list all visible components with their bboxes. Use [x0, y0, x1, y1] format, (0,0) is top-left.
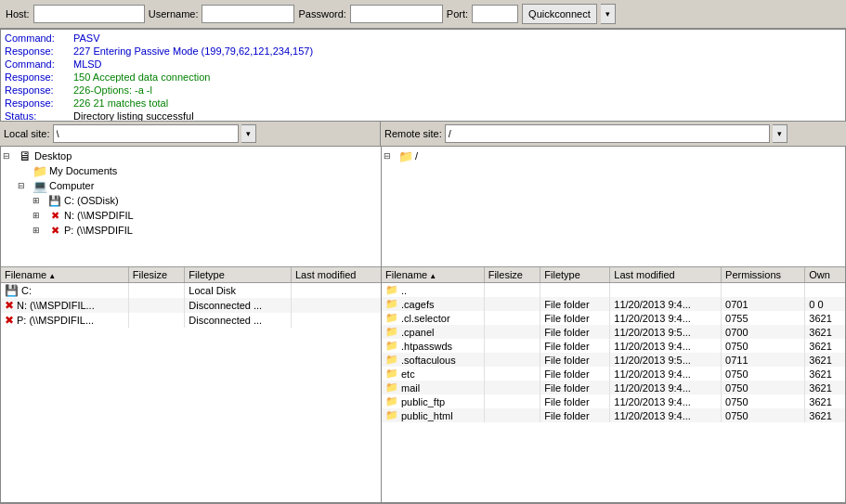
- log-line-4: Response: 150 Accepted data connection: [5, 71, 841, 84]
- local-tree[interactable]: ⊟ 🖥 Desktop 📁 My Documents ⊟ 💻 Computer …: [1, 147, 381, 267]
- local-col-lastmod[interactable]: Last modified: [291, 267, 381, 283]
- folder-icon-mydocs: 📁: [33, 164, 47, 177]
- tree-item-desktop[interactable]: ⊟ 🖥 Desktop: [3, 149, 379, 163]
- remote-row-mail[interactable]: 📁mail File folder11/20/2013 9:4...075036…: [382, 381, 845, 394]
- log-line-5: Response: 226-Options: -a -l: [5, 84, 841, 97]
- remote-row-cagefs[interactable]: 📁.cagefs File folder11/20/2013 9:4...070…: [382, 297, 845, 311]
- local-cell-name-n: ✖ N: (\\MSPDIFIL...: [1, 298, 128, 313]
- local-site-bar: Local site: ▾: [0, 122, 381, 146]
- local-cell-mod-n: [291, 298, 381, 313]
- local-row-c[interactable]: 💾 C: Local Disk: [1, 283, 381, 299]
- local-file-list[interactable]: Filename▲ Filesize Filetype Last modifie…: [1, 267, 381, 502]
- local-cell-mod-c: [291, 283, 381, 299]
- folder-cagefs: 📁: [385, 298, 398, 310]
- remote-col-own[interactable]: Own: [805, 267, 845, 283]
- remote-col-lastmod[interactable]: Last modified: [610, 267, 722, 283]
- local-cell-type-n: Disconnected ...: [185, 298, 292, 313]
- log-label-5: Response:: [5, 84, 70, 97]
- expand-pdrive[interactable]: ⊞: [33, 226, 46, 235]
- local-cell-type-p: Disconnected ...: [185, 313, 292, 328]
- remote-row-cpanel[interactable]: 📁.cpanel File folder11/20/2013 9:5...070…: [382, 325, 845, 339]
- remote-col-filename[interactable]: Filename▲: [382, 267, 484, 283]
- host-label: Host:: [6, 8, 30, 19]
- local-row-n[interactable]: ✖ N: (\\MSPDIFIL... Disconnected ...: [1, 298, 381, 313]
- log-label-6: Response:: [5, 97, 70, 110]
- log-label-1: Command:: [5, 32, 70, 45]
- expand-root[interactable]: ⊟: [384, 151, 397, 161]
- local-site-label: Local site:: [4, 128, 50, 139]
- log-label-7: Status:: [5, 110, 70, 122]
- ndrive-icon: ✖: [47, 209, 62, 222]
- local-cell-size-p: [128, 313, 184, 328]
- computer-icon: 💻: [33, 179, 47, 192]
- remote-col-permissions[interactable]: Permissions: [722, 267, 805, 283]
- root-folder-icon: 📁: [398, 149, 413, 162]
- remote-cell-name-cagefs: 📁.cagefs: [382, 297, 484, 311]
- remote-cell-name-publichtml: 📁public_html: [382, 408, 484, 422]
- log-value-4: 150 Accepted data connection: [73, 71, 210, 84]
- local-row-p[interactable]: ✖ P: (\\MSPDIFIL... Disconnected ...: [1, 313, 381, 328]
- expand-ndrive[interactable]: ⊞: [33, 211, 46, 220]
- tree-label-computer: Computer: [49, 180, 94, 191]
- remote-cell-name-dotdot: 📁..: [382, 283, 484, 298]
- remote-site-bar: Remote site: ▾: [381, 122, 846, 146]
- port-input[interactable]: [472, 5, 518, 23]
- tree-item-computer[interactable]: ⊟ 💻 Computer: [3, 178, 379, 193]
- tree-item-cdrive[interactable]: ⊞ 💾 C: (OSDisk): [3, 193, 379, 208]
- log-panel: Command: PASV Response: 227 Entering Pas…: [0, 29, 846, 122]
- expand-desktop[interactable]: ⊟: [3, 151, 16, 161]
- local-site-dropdown[interactable]: ▾: [241, 124, 256, 143]
- log-value-1: PASV: [73, 32, 100, 45]
- remote-site-dropdown[interactable]: ▾: [773, 124, 787, 143]
- expand-mydocs: [18, 166, 31, 175]
- username-label: Username:: [149, 8, 199, 19]
- log-line-3: Command: MLSD: [5, 58, 841, 71]
- tree-item-mydocs[interactable]: 📁 My Documents: [3, 163, 379, 178]
- remote-row-publicftp[interactable]: 📁public_ftp File folder11/20/2013 9:4...…: [382, 394, 845, 408]
- log-line-1: Command: PASV: [5, 32, 841, 45]
- quickconnect-button[interactable]: Quickconnect: [522, 4, 597, 24]
- remote-row-etc[interactable]: 📁etc File folder11/20/2013 9:4...0750362…: [382, 367, 845, 381]
- local-site-input[interactable]: [53, 124, 239, 143]
- remote-tree[interactable]: ⊟ 📁 /: [382, 147, 845, 267]
- log-value-6: 226 21 matches total: [73, 97, 168, 110]
- password-input[interactable]: [350, 5, 443, 23]
- tree-label-cdrive: C: (OSDisk): [64, 195, 119, 206]
- quickconnect-dropdown[interactable]: ▾: [601, 4, 616, 24]
- remote-cell-name-softaculous: 📁.softaculous: [382, 353, 484, 367]
- tree-item-ndrive[interactable]: ⊞ ✖ N: (\\MSPDIFIL: [3, 208, 379, 223]
- local-col-filetype[interactable]: Filetype: [185, 267, 292, 283]
- remote-col-filetype[interactable]: Filetype: [540, 267, 610, 283]
- expand-cdrive[interactable]: ⊞: [33, 196, 46, 205]
- remote-row-softaculous[interactable]: 📁.softaculous File folder11/20/2013 9:5.…: [382, 353, 845, 367]
- local-cell-mod-p: [291, 313, 381, 328]
- site-bar-row: Local site: ▾ Remote site: ▾: [0, 122, 846, 146]
- log-value-5: 226-Options: -a -l: [73, 84, 152, 97]
- log-label-2: Response:: [5, 45, 70, 58]
- tree-item-root[interactable]: ⊟ 📁 /: [384, 149, 843, 163]
- file-icon-n: ✖ N: (\\MSPDIFIL...: [5, 299, 95, 312]
- remote-file-table: Filename▲ Filesize Filetype Last modifie…: [382, 267, 845, 422]
- remote-row-dotdot[interactable]: 📁..: [382, 283, 845, 298]
- remote-row-clselector[interactable]: 📁.cl.selector File folder11/20/2013 9:4.…: [382, 311, 845, 325]
- local-cell-name-c: 💾 C:: [1, 283, 128, 299]
- file-icon-p: ✖ P: (\\MSPDIFIL...: [5, 314, 94, 327]
- remote-col-filesize[interactable]: Filesize: [484, 267, 540, 283]
- file-icon-c: 💾 C:: [5, 284, 32, 297]
- log-value-3: MLSD: [73, 58, 102, 71]
- local-col-filesize[interactable]: Filesize: [128, 267, 184, 283]
- remote-row-publichtml[interactable]: 📁public_html File folder11/20/2013 9:4..…: [382, 408, 845, 422]
- port-label: Port:: [447, 8, 468, 19]
- log-label-4: Response:: [5, 71, 70, 84]
- username-input[interactable]: [202, 5, 294, 23]
- remote-row-htpasswds[interactable]: 📁.htpasswds File folder11/20/2013 9:4...…: [382, 339, 845, 353]
- remote-file-list[interactable]: Filename▲ Filesize Filetype Last modifie…: [382, 267, 845, 502]
- local-file-table: Filename▲ Filesize Filetype Last modifie…: [1, 267, 381, 328]
- tree-item-pdrive[interactable]: ⊞ ✖ P: (\\MSPDIFIL: [3, 223, 379, 238]
- password-label: Password:: [298, 8, 345, 19]
- local-col-filename[interactable]: Filename▲: [1, 267, 128, 283]
- remote-cell-name-publicftp: 📁public_ftp: [382, 394, 484, 408]
- remote-site-input[interactable]: [445, 124, 770, 143]
- host-input[interactable]: [33, 5, 145, 23]
- expand-computer[interactable]: ⊟: [18, 181, 31, 190]
